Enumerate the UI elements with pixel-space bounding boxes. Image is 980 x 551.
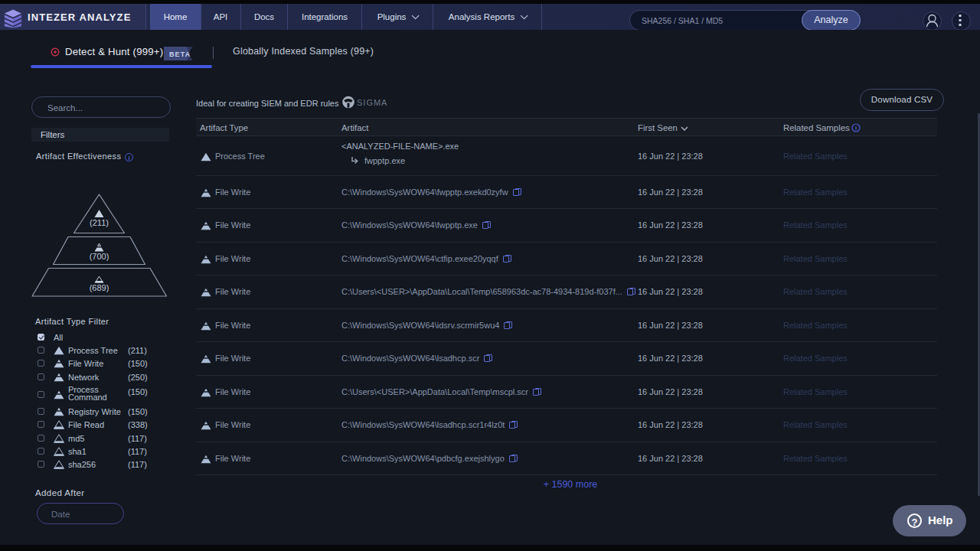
svg-text:(689): (689): [90, 283, 109, 292]
svg-text:(211): (211): [90, 218, 109, 227]
svg-text:i: i: [855, 125, 857, 132]
svg-text:BETA: BETA: [169, 51, 191, 58]
svg-text:(700): (700): [90, 252, 109, 261]
